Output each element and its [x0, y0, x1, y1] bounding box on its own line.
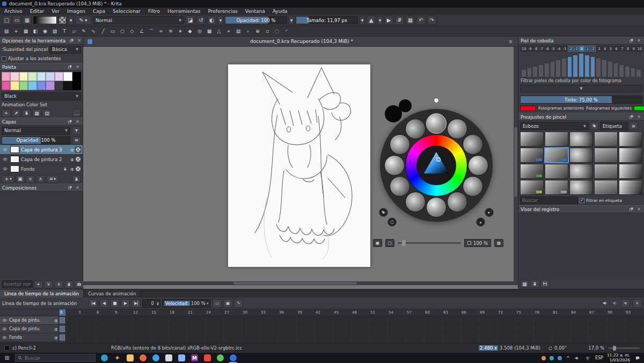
popup-palette[interactable]: ▸ ▴	[380, 109, 493, 222]
canvas-angle[interactable]: 0,00°	[548, 345, 567, 351]
text-tool[interactable]: T	[60, 27, 69, 35]
onion-opacity-bar[interactable]	[573, 55, 577, 77]
pattern-edit-tool[interactable]: ▨	[50, 27, 59, 35]
timeline-frame-label[interactable]: 45	[334, 310, 339, 315]
composition-up-button[interactable]: ∧	[54, 280, 63, 288]
preset-view-menu-icon[interactable]: ≡	[629, 122, 638, 130]
onion-offset-cell[interactable]: 10	[637, 46, 642, 52]
volume-icon[interactable]	[574, 354, 581, 361]
hscroll-thumb[interactable]	[233, 282, 357, 285]
opacity-dropdown-arrow[interactable]: ▼	[289, 16, 294, 25]
recent-color-swatch[interactable]	[399, 99, 412, 112]
close-docker-icon[interactable]: ×	[75, 64, 80, 70]
brush-preset-thumb[interactable]	[520, 164, 544, 179]
log-viewer-header[interactable]: Visor del registro ×	[518, 205, 644, 213]
add-layer-button[interactable]: ▼	[2, 175, 14, 183]
skip-to-start-button[interactable]: |◀	[89, 299, 98, 308]
zoom-slider-knob[interactable]	[613, 346, 616, 351]
layer-visibility-icon[interactable]	[1, 334, 8, 341]
popup-color-handle[interactable]	[434, 98, 439, 103]
timeline-frame-label[interactable]: 24	[206, 310, 211, 315]
brush-preset-thumb[interactable]	[594, 164, 618, 179]
menu-item-editar[interactable]: Editar	[30, 9, 45, 14]
onion-opacity-bar[interactable]	[568, 57, 572, 77]
float-docker-icon[interactable]	[67, 64, 73, 70]
timeline-menu-button[interactable]: ≡	[621, 299, 630, 308]
popup-brush-thumb[interactable]	[468, 155, 488, 176]
onion-expand-button[interactable]: ▼	[520, 85, 642, 92]
layer-row[interactable]: Capa de pintura 2α	[0, 155, 83, 164]
onion-offset-cell[interactable]: -4	[556, 46, 561, 52]
menu-item-ventana[interactable]: Ventana	[245, 9, 265, 14]
palette-header[interactable]: Paleta ×	[0, 63, 83, 71]
rectangle-tool[interactable]: ▭	[108, 27, 117, 35]
tag-field-dropdown[interactable]: Etiqueta	[600, 122, 628, 130]
onion-opacity-bar[interactable]	[591, 57, 595, 77]
keyframe-cell[interactable]	[60, 326, 65, 332]
polygon-tool[interactable]: ◇	[128, 27, 136, 35]
menu-item-filtro[interactable]: Filtro	[148, 9, 160, 14]
taskbar-search-input[interactable]	[25, 355, 84, 361]
gradient-dropdown-arrow[interactable]: ▼	[68, 16, 74, 25]
measure-tool[interactable]: ⌖	[224, 27, 233, 35]
timeline-frame-label[interactable]: 51	[370, 310, 375, 315]
onion-offset-cell[interactable]: -9	[528, 46, 533, 52]
freehand-select-tool[interactable]: ◜	[282, 27, 291, 35]
fill-tool[interactable]: ◆	[186, 27, 194, 35]
eraser-mode-button[interactable]: ◪	[186, 16, 195, 25]
palette-swatch[interactable]	[37, 72, 46, 81]
timeline-frame-label[interactable]: 84	[571, 310, 576, 315]
popup-zoom-level[interactable]: 100 %	[464, 239, 491, 247]
onion-opacity-bar[interactable]	[596, 59, 601, 77]
multibrush-tool[interactable]: ∗	[176, 27, 185, 35]
timeline-frame-label[interactable]: 63	[443, 310, 448, 315]
chat-icon[interactable]	[216, 353, 225, 362]
onion-offset-cell[interactable]: 5	[608, 46, 613, 52]
reload-preset-button[interactable]: ↺	[196, 16, 206, 25]
remove-swatch-button[interactable]	[22, 109, 31, 117]
timeline-frames-track[interactable]	[59, 325, 644, 333]
move-layer-up-button[interactable]: ∧	[36, 175, 45, 183]
line-tool[interactable]: ╱	[99, 27, 107, 35]
onion-offset-cell[interactable]: -10	[520, 46, 527, 52]
timeline-frame-label[interactable]: 36	[279, 310, 284, 315]
brush-preset-thumb[interactable]	[619, 148, 642, 163]
timeline-frame-label[interactable]: 12	[133, 310, 138, 315]
popup-refresh-button[interactable]	[387, 217, 397, 227]
timeline-frame-label[interactable]: 72	[498, 310, 503, 315]
brush-preset-thumb[interactable]	[520, 132, 544, 147]
menu-item-ver[interactable]: Ver	[52, 9, 60, 14]
folder-icon[interactable]	[126, 353, 135, 362]
crop-tool[interactable]: ▦	[21, 27, 30, 35]
onion-offset-cell[interactable]: 8	[625, 46, 631, 52]
color-wheel[interactable]	[405, 134, 467, 197]
palette-swatch[interactable]	[28, 72, 36, 81]
layer-visibility-icon[interactable]	[1, 317, 8, 324]
current-frame-spinbox[interactable]: 0 ▲▼	[142, 299, 160, 308]
keyframe-cell[interactable]	[60, 317, 65, 323]
onion-skin-toggle-button[interactable]: ▭	[213, 299, 222, 308]
timeline-layer-row[interactable]: Capa de pintu...α	[0, 316, 644, 325]
dynamic-brush-tool[interactable]: ≋	[166, 27, 175, 35]
store-icon[interactable]	[164, 353, 173, 362]
composition-name-input[interactable]	[2, 280, 33, 288]
save-document-icon[interactable]: ▦	[23, 16, 32, 25]
tool-options-header[interactable]: Opciones de la herramienta ×	[0, 37, 83, 45]
timeline-frame-label[interactable]: 9	[115, 310, 117, 315]
popup-mirror-view-button[interactable]: ▣	[373, 239, 382, 247]
onion-opacity-bar[interactable]	[636, 70, 641, 77]
opacity-slider[interactable]: Opacidad: 100 %	[225, 16, 287, 24]
gradient-tool[interactable]: ◧	[31, 27, 40, 35]
canvas-viewport[interactable]: ▸ ▴ ▣ ▢ 100 % ▦	[83, 47, 514, 285]
layer-row[interactable]: Fondoα	[0, 164, 83, 174]
previous-frame-button[interactable]: ◀	[99, 299, 108, 308]
popup-brush-thumb[interactable]	[405, 192, 426, 212]
assistants-tool[interactable]: △	[215, 27, 223, 35]
popup-brush-thumb[interactable]	[384, 155, 405, 176]
undo-button[interactable]: ↶	[416, 16, 426, 25]
media-player-icon[interactable]	[203, 353, 212, 362]
timeline-frame-label[interactable]: 87	[589, 310, 594, 315]
float-docker-icon[interactable]	[628, 206, 634, 212]
popup-brush-thumb[interactable]	[426, 113, 447, 134]
palette-swatch[interactable]	[46, 81, 54, 90]
